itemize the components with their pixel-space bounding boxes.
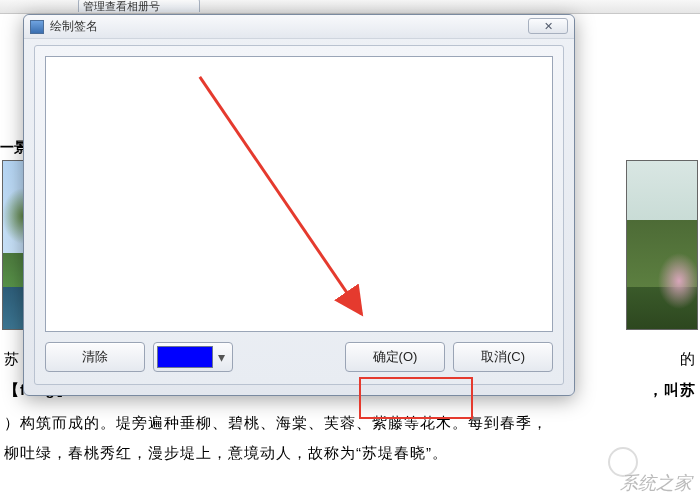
clear-button-label: 清除 xyxy=(82,348,108,366)
doc-line-3: ）构筑而成的。堤旁遍种垂柳、碧桃、海棠、芙蓉、紫藤等花木。每到春季， xyxy=(4,406,696,439)
doc-image-right xyxy=(626,160,698,330)
app-topbar: 管理查看相册号 xyxy=(0,0,700,14)
doc-line-1-right: 的 xyxy=(680,342,696,375)
color-swatch xyxy=(157,346,213,368)
doc-line-1-left: 苏 xyxy=(4,350,20,367)
color-picker[interactable]: ▾ xyxy=(153,342,233,372)
ok-button[interactable]: 确定(O) xyxy=(345,342,445,372)
topbar-tab-label: 管理查看相册号 xyxy=(83,0,160,12)
chevron-down-icon: ▾ xyxy=(213,349,229,365)
dialog-app-icon xyxy=(30,20,44,34)
cancel-button-label: 取消(C) xyxy=(481,348,525,366)
dialog-button-row: 清除 ▾ 确定(O) 取消(C) xyxy=(45,340,553,374)
dialog-body: 清除 ▾ 确定(O) 取消(C) xyxy=(34,45,564,385)
watermark-text: 系统之家 xyxy=(620,471,692,495)
clear-button[interactable]: 清除 xyxy=(45,342,145,372)
dialog-titlebar[interactable]: 绘制签名 ✕ xyxy=(24,15,574,39)
ok-button-label: 确定(O) xyxy=(373,348,418,366)
doc-line-4: 柳吐绿，春桃秀红，漫步堤上，意境动人，故称为“苏堤春晓”。 xyxy=(4,436,696,469)
close-button[interactable]: ✕ xyxy=(528,18,568,34)
topbar-tab[interactable]: 管理查看相册号 xyxy=(78,0,200,12)
annotation-arrow xyxy=(46,57,552,331)
dialog-title: 绘制签名 xyxy=(50,18,98,35)
doc-line-2-right: ，叫苏 xyxy=(648,373,696,406)
signature-canvas[interactable] xyxy=(45,56,553,332)
svg-line-0 xyxy=(200,77,362,314)
cancel-button[interactable]: 取消(C) xyxy=(453,342,553,372)
close-icon: ✕ xyxy=(544,20,553,33)
draw-signature-dialog: 绘制签名 ✕ 清除 ▾ xyxy=(23,14,575,396)
